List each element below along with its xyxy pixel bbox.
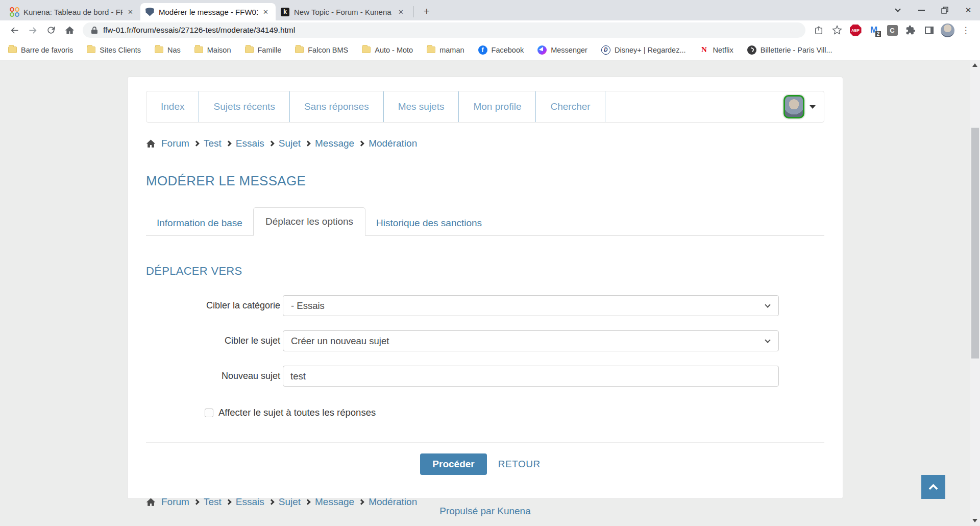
bookmarks-bar: Barre de favoris Sites Clients Nas Maiso… — [0, 40, 980, 60]
nav-item-mon-profile[interactable]: Mon profile — [459, 91, 536, 122]
browser-tab-new-topic[interactable]: k New Topic - Forum - Kunena - To ✕ — [276, 3, 411, 20]
chevron-right-icon — [193, 499, 199, 505]
category-select[interactable]: - Essais — [283, 295, 779, 316]
side-panel-icon[interactable] — [920, 22, 938, 38]
chrome-menu-icon[interactable]: ⋮ — [957, 22, 975, 38]
forum-nav-bar: Index Sujets récents Sans réponses Mes s… — [146, 91, 824, 123]
breadcrumb-test[interactable]: Test — [204, 138, 222, 149]
adblock-plus-icon[interactable]: ABP — [846, 22, 865, 38]
breadcrumb-essais[interactable]: Essais — [236, 496, 264, 508]
target-topic-select[interactable]: Créer un nouveau sujet — [283, 330, 779, 351]
bookmark-folder-sites-clients[interactable]: Sites Clients — [87, 46, 141, 54]
chevron-up-icon — [928, 484, 938, 493]
breadcrumb-sujet[interactable]: Sujet — [279, 496, 301, 508]
home-icon[interactable] — [146, 139, 156, 149]
bookmark-folder-favoris[interactable]: Barre de favoris — [8, 46, 73, 54]
bookmark-messenger[interactable]: Messenger — [537, 45, 587, 55]
folder-icon — [427, 46, 435, 53]
browser-tab-kunena-dashboard[interactable]: Kunena: Tableau de bord - FFW0 ✕ — [5, 3, 140, 20]
c-extension-icon[interactable]: C — [883, 22, 901, 38]
nav-item-index[interactable]: Index — [146, 91, 199, 122]
nav-item-chercher[interactable]: Chercher — [536, 91, 605, 122]
scrollbar-thumb[interactable] — [971, 128, 979, 358]
url-text: ffw-01.fr/forum/essais/27126-test/modera… — [103, 26, 295, 35]
breadcrumb-test[interactable]: Test — [204, 496, 222, 508]
folder-icon — [155, 46, 163, 53]
reload-icon[interactable] — [42, 22, 60, 38]
bookmark-folder-maman[interactable]: maman — [427, 46, 464, 54]
tab-title: Kunena: Tableau de bord - FFW0 — [23, 8, 122, 16]
nav-item-sans-reponses[interactable]: Sans réponses — [290, 91, 384, 122]
chevron-down-icon — [810, 105, 816, 109]
bookmark-netflix[interactable]: NNetflix — [700, 45, 733, 55]
scrollbar[interactable] — [970, 60, 980, 525]
chevron-right-icon — [226, 140, 231, 146]
tab-close-icon[interactable]: ✕ — [126, 7, 135, 17]
breadcrumb-sujet[interactable]: Sujet — [279, 138, 301, 149]
window-restore-button[interactable] — [933, 0, 957, 20]
bookmark-folder-maison[interactable]: Maison — [194, 46, 231, 54]
bookmark-folder-falcon-bms[interactable]: Falcon BMS — [295, 46, 348, 54]
window-controls: ✕ — [886, 0, 980, 20]
bookmark-billetterie[interactable]: Billetterie - Paris Vill... — [747, 45, 832, 55]
malwarebytes-badge: 2 — [875, 31, 881, 37]
kunena-icon: k — [281, 8, 289, 16]
window-minimize-button[interactable] — [910, 0, 933, 20]
window-close-button[interactable]: ✕ — [957, 0, 980, 20]
back-button[interactable]: RETOUR — [488, 453, 550, 475]
proceed-button[interactable]: Procéder — [420, 453, 486, 475]
bookmark-folder-auto-moto[interactable]: Auto - Moto — [362, 46, 413, 54]
breadcrumb-forum[interactable]: Forum — [161, 496, 189, 508]
tab-close-icon[interactable]: ✕ — [396, 7, 406, 17]
breadcrumb-forum[interactable]: Forum — [161, 138, 189, 149]
folder-icon — [8, 46, 17, 53]
move-form: Cibler la catégorie - Essais Cibler le s… — [146, 295, 824, 475]
apply-to-all-replies-label: Affecter le sujet à toutes les réponses — [218, 407, 376, 418]
scrollbar-up-icon[interactable] — [972, 63, 977, 67]
breadcrumb-message[interactable]: Message — [315, 496, 354, 508]
home-icon[interactable] — [146, 497, 156, 507]
breadcrumb-moderation[interactable]: Modération — [369, 138, 417, 149]
forward-icon[interactable] — [23, 22, 42, 38]
bookmark-star-icon[interactable] — [828, 22, 846, 38]
bookmark-folder-famille[interactable]: Famille — [245, 46, 282, 54]
malwarebytes-icon[interactable]: M2 — [865, 22, 883, 38]
chevron-down-icon — [765, 302, 770, 307]
home-icon[interactable] — [60, 22, 79, 38]
back-icon[interactable] — [5, 22, 23, 38]
breadcrumb-essais[interactable]: Essais — [236, 138, 264, 149]
user-menu[interactable] — [783, 91, 824, 122]
browser-tab-moderate-message[interactable]: Modérer le message - FFW01, le ✕ — [140, 3, 276, 20]
bookmark-disney-plus[interactable]: DDisney+ | Regardez... — [601, 45, 686, 55]
folder-icon — [245, 46, 254, 53]
breadcrumb-moderation[interactable]: Modération — [369, 496, 417, 508]
page-title: MODÉRER LE MESSAGE — [146, 173, 824, 189]
apply-to-all-replies-checkbox[interactable] — [205, 409, 213, 417]
user-avatar[interactable] — [783, 95, 804, 118]
profile-avatar[interactable] — [938, 22, 957, 38]
address-bar[interactable]: ffw-01.fr/forum/essais/27126-test/modera… — [83, 22, 805, 38]
forum-card: Index Sujets récents Sans réponses Mes s… — [127, 77, 843, 499]
billetterie-icon — [747, 45, 756, 55]
nav-item-mes-sujets[interactable]: Mes sujets — [384, 91, 459, 122]
chevron-right-icon — [268, 499, 274, 505]
scroll-to-top-button[interactable] — [921, 475, 945, 499]
extensions-puzzle-icon[interactable] — [901, 22, 920, 38]
powered-by-kunena-link[interactable]: Propulsé par Kunena — [439, 506, 531, 516]
shield-icon — [145, 8, 154, 16]
bookmark-folder-nas[interactable]: Nas — [155, 46, 181, 54]
breadcrumb-message[interactable]: Message — [315, 138, 354, 149]
bookmark-facebook[interactable]: fFacebook — [478, 45, 524, 55]
nav-item-sujets-recents[interactable]: Sujets récents — [199, 91, 289, 122]
facebook-icon: f — [478, 45, 487, 55]
tab-historique-des-sanctions[interactable]: Historique des sanctions — [365, 211, 493, 235]
new-subject-input[interactable] — [283, 366, 779, 387]
tab-search-icon[interactable] — [886, 0, 910, 20]
share-icon[interactable] — [810, 22, 828, 38]
section-title: DÉPLACER VERS — [146, 265, 824, 278]
tab-deplacer-les-options[interactable]: Déplacer les options — [253, 207, 365, 236]
new-tab-button[interactable]: + — [420, 4, 434, 18]
scrollbar-down-icon[interactable] — [972, 519, 977, 522]
tab-close-icon[interactable]: ✕ — [261, 7, 271, 17]
tab-information-de-base[interactable]: Information de base — [146, 211, 253, 235]
